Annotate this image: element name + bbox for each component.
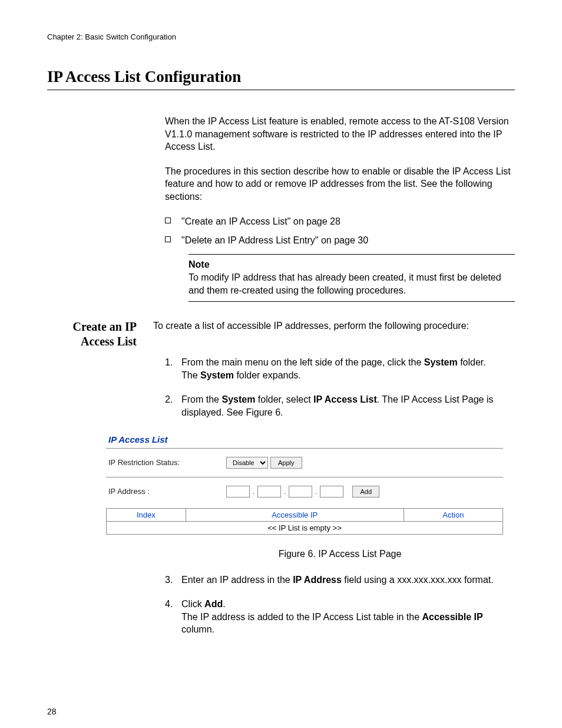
- step-number: 4.: [165, 598, 181, 636]
- empty-row: << IP List is empty >>: [107, 521, 503, 534]
- ip-address-label: IP Address :: [108, 487, 226, 496]
- bullet-text: "Create an IP Access List" on page 28: [181, 215, 340, 228]
- step-3: 3. Enter an IP address in the IP Address…: [165, 574, 515, 587]
- step-number: 1.: [165, 356, 181, 381]
- step-number: 3.: [165, 574, 181, 587]
- step-4: 4. Click Add. The IP address is added to…: [165, 598, 515, 636]
- chapter-header: Chapter 2: Basic Switch Configuration: [47, 32, 515, 41]
- page-number: 28: [47, 707, 515, 716]
- bullet-item: "Delete an IP Address List Entry" on pag…: [165, 234, 515, 247]
- intro-para-2: The procedures in this section describe …: [165, 165, 515, 203]
- restriction-select[interactable]: Disable: [226, 457, 268, 469]
- th-accessible-ip: Accessible IP: [186, 508, 404, 521]
- ip-list-table: Index Accessible IP Action << IP List is…: [106, 508, 503, 535]
- th-index: Index: [107, 508, 186, 521]
- section-intro: To create a list of accessible IP addres…: [153, 319, 515, 349]
- bullet-list: "Create an IP Access List" on page 28 "D…: [165, 215, 515, 248]
- figure-caption: Figure 6. IP Access List Page: [165, 549, 515, 559]
- ip-octet-1[interactable]: [226, 486, 250, 498]
- apply-button[interactable]: Apply: [270, 457, 302, 469]
- note-label: Note: [189, 258, 515, 271]
- ip-octet-4[interactable]: [320, 486, 343, 498]
- ip-address-row: IP Address : . . . Add: [106, 477, 503, 506]
- ip-octet-2[interactable]: [257, 486, 281, 498]
- intro-para-1: When the IP Access List feature is enabl…: [165, 115, 515, 153]
- restriction-label: IP Restriction Status:: [108, 458, 226, 467]
- bullet-text: "Delete an IP Address List Entry" on pag…: [181, 234, 368, 247]
- page-title: IP Access List Configuration: [47, 68, 515, 90]
- bullet-item: "Create an IP Access List" on page 28: [165, 215, 515, 228]
- note-text: To modify IP address that has already be…: [189, 271, 515, 297]
- step-number: 2.: [165, 393, 181, 419]
- add-button[interactable]: Add: [352, 486, 379, 498]
- ip-octet-3[interactable]: [289, 486, 312, 498]
- panel-title: IP Access List: [106, 431, 503, 449]
- bullet-icon: [165, 236, 171, 242]
- bullet-icon: [165, 218, 171, 223]
- th-action: Action: [404, 508, 503, 521]
- note-box: Note To modify IP address that has alrea…: [189, 254, 515, 302]
- figure-screenshot: IP Access List IP Restriction Status: Di…: [106, 431, 503, 535]
- section-heading: Create an IP Access List: [47, 319, 153, 349]
- step-1: 1. From the main menu on the left side o…: [165, 356, 515, 381]
- restriction-row: IP Restriction Status: Disable Apply: [106, 449, 503, 477]
- step-2: 2. From the System folder, select IP Acc…: [165, 393, 515, 419]
